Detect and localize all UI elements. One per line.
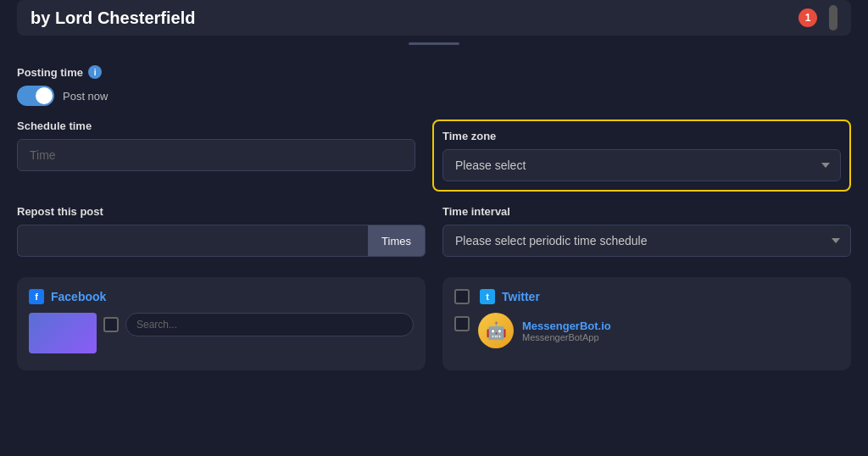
schedule-timezone-row: Schedule time Time zone Please select UT… xyxy=(17,120,851,192)
card-separator xyxy=(409,42,459,45)
time-interval-select[interactable]: Please select periodic time schedule Eve… xyxy=(442,225,851,257)
twitter-card-title: Twitter xyxy=(502,290,540,303)
time-interval-group: Time interval Please select periodic tim… xyxy=(442,205,851,257)
notification-badge: 1 xyxy=(798,8,817,27)
twitter-checkbox-col xyxy=(454,313,470,331)
twitter-avatar: 🤖 xyxy=(478,313,514,348)
timezone-label: Time zone xyxy=(442,130,841,142)
twitter-card-header: t Twitter xyxy=(454,289,839,304)
timezone-group: Time zone Please select UTC America/New_… xyxy=(432,120,851,192)
time-interval-label: Time interval xyxy=(442,205,851,218)
top-card: by Lord Chesterfield 1 xyxy=(17,0,851,36)
main-content: Posting time i Post now Schedule time Ti… xyxy=(0,52,868,384)
posting-time-info-icon[interactable]: i xyxy=(88,65,102,79)
repost-label: Repost this post xyxy=(17,205,426,218)
page-container: by Lord Chesterfield 1 Posting time i Po… xyxy=(0,0,868,456)
repost-interval-row: Repost this post Times Time interval Ple… xyxy=(17,205,851,257)
times-button[interactable]: Times xyxy=(368,225,426,257)
twitter-account-checkbox[interactable] xyxy=(454,316,470,331)
facebook-checkbox[interactable] xyxy=(103,317,119,332)
social-cards-row: f Facebook t Twitter xyxy=(17,277,851,370)
facebook-icon: f xyxy=(29,289,44,304)
top-card-title: by Lord Chesterfield xyxy=(31,8,195,28)
posting-time-section: Posting time i Post now xyxy=(17,65,851,106)
scrollbar-indicator[interactable] xyxy=(829,5,837,31)
twitter-icon: t xyxy=(480,289,495,304)
twitter-card-body: 🤖 MessengerBot.io MessengerBotApp xyxy=(454,313,839,348)
facebook-card: f Facebook xyxy=(17,277,426,370)
facebook-card-header: f Facebook xyxy=(29,289,414,304)
facebook-card-title: Facebook xyxy=(51,290,106,303)
twitter-header-checkbox[interactable] xyxy=(454,289,470,304)
post-now-row: Post now xyxy=(17,86,851,106)
twitter-card: t Twitter 🤖 MessengerBot.io MessengerBot… xyxy=(442,277,851,370)
facebook-avatar xyxy=(29,313,97,353)
twitter-account-row: 🤖 MessengerBot.io MessengerBotApp xyxy=(478,313,611,348)
repost-input[interactable] xyxy=(17,225,368,257)
schedule-time-label: Schedule time xyxy=(17,120,415,132)
repost-group: Repost this post Times xyxy=(17,205,426,257)
twitter-account-info: MessengerBot.io MessengerBotApp xyxy=(522,320,611,342)
post-now-label: Post now xyxy=(63,90,108,103)
facebook-card-body xyxy=(29,313,414,353)
schedule-time-input[interactable] xyxy=(17,139,415,171)
twitter-account-handle: MessengerBotApp xyxy=(522,332,611,342)
post-now-toggle[interactable] xyxy=(17,86,54,106)
facebook-search-row xyxy=(103,313,414,336)
schedule-time-group: Schedule time xyxy=(17,120,415,192)
timezone-select[interactable]: Please select UTC America/New_York Ameri… xyxy=(442,149,841,181)
repost-input-row: Times xyxy=(17,225,426,257)
twitter-account-name: MessengerBot.io xyxy=(522,320,611,332)
posting-time-label: Posting time i xyxy=(17,65,851,79)
facebook-search-input[interactable] xyxy=(125,313,414,336)
